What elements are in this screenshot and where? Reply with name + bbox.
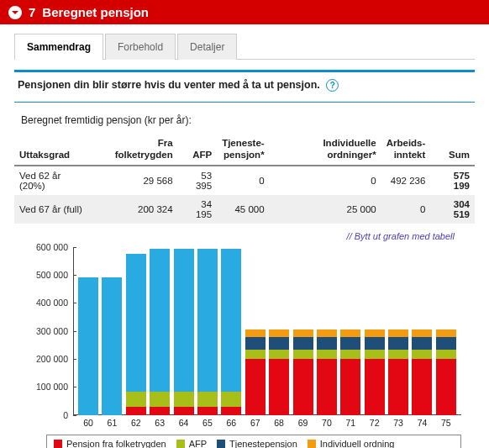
bar (436, 247, 456, 415)
table-header: Uttaksgrad (14, 134, 93, 166)
x-tick: 69 (293, 418, 313, 428)
table-cell: 575 199 (430, 166, 475, 195)
bar-segment-afp (340, 350, 360, 359)
bar-segment-tjen (388, 337, 408, 350)
x-tick: 63 (150, 418, 170, 428)
x-tick: 68 (269, 418, 289, 428)
bar-segment-afp (221, 392, 241, 407)
bar-segment-arbeid (126, 254, 146, 392)
legend-label-tjen: Tjenestepensjon (229, 439, 297, 448)
table-cell: 0 (270, 166, 381, 195)
bar-segment-indiv (388, 329, 408, 336)
tab-forbehold[interactable]: Forbehold (105, 34, 176, 60)
bar-segment-arbeid (221, 249, 241, 392)
y-tick: 300 000 (21, 326, 73, 336)
legend-label-folke: Pensjon fra folketrygden (66, 439, 166, 448)
table-cell: 0 (217, 166, 270, 195)
y-tick: 500 000 (21, 270, 73, 280)
bar-segment-folke (269, 359, 289, 415)
table-header: Arbeids-inntekt (381, 134, 431, 166)
y-tick: 0 (21, 410, 73, 420)
y-tick: 600 000 (21, 242, 73, 252)
row-label: Ved 67 år (full) (14, 195, 93, 224)
tab-detaljer[interactable]: Detaljer (177, 34, 237, 60)
bar (197, 247, 218, 415)
row-label: Ved 62 år (20%) (14, 166, 93, 195)
header-title: Beregnet pensjon (42, 5, 149, 19)
legend-label-afp: AFP (189, 439, 207, 448)
bar-segment-arbeid (174, 249, 194, 392)
bar-segment-indiv (317, 329, 337, 336)
bar (365, 247, 385, 415)
legend-swatch-tjen (217, 440, 225, 448)
bar-segment-afp (245, 350, 266, 359)
y-tick: 100 000 (21, 382, 73, 392)
bar-segment-arbeid (197, 249, 218, 392)
table-cell: 492 236 (381, 166, 431, 195)
bar-segment-tjen (436, 337, 456, 350)
table-header: Sum (430, 134, 475, 166)
table-cell: 53 395 (178, 166, 217, 195)
bar-segment-indiv (365, 329, 385, 336)
bar-segment-folke (412, 359, 432, 415)
bar-segment-afp (317, 350, 337, 359)
legend-swatch-folke (54, 440, 62, 448)
help-icon[interactable]: ? (326, 79, 339, 92)
bar-segment-folke (174, 407, 194, 415)
bar-segment-tjen (293, 337, 313, 350)
bar-segment-arbeid (78, 277, 98, 415)
x-tick: 65 (197, 418, 218, 428)
table-cell: 200 324 (93, 195, 178, 224)
x-tick: 67 (245, 418, 266, 428)
bar (317, 247, 337, 415)
chevron-down-icon (8, 6, 22, 19)
table-row: Ved 62 år (20%)29 56853 39500492 236575 … (14, 166, 475, 195)
bar-segment-folke (317, 359, 337, 415)
bar (340, 247, 360, 415)
table-cell: 0 (381, 195, 431, 224)
bar-segment-folke (293, 359, 313, 415)
bar-segment-tjen (365, 337, 385, 350)
lead-message: Pensjonen din blir større hvis du venter… (18, 79, 320, 91)
bar-segment-folke (197, 407, 218, 415)
bar-segment-arbeid (150, 249, 170, 392)
tab-bar: Sammendrag Forbehold Detaljer (14, 34, 475, 60)
bar-segment-indiv (436, 329, 456, 336)
bar (102, 247, 122, 415)
lead-text: Pensjonen din blir større hvis du venter… (14, 72, 475, 97)
table-cell: 25 000 (270, 195, 381, 224)
table-cell: 29 568 (93, 166, 178, 195)
x-tick: 70 (317, 418, 337, 428)
x-tick: 60 (78, 418, 98, 428)
table-cell: 304 519 (430, 195, 475, 224)
bar-segment-afp (197, 392, 218, 407)
bar-segment-folke (436, 359, 456, 415)
table-cell: 34 195 (178, 195, 217, 224)
table-header: Fra folketrygden (93, 134, 178, 166)
table-header: Tjeneste-pensjon* (217, 134, 270, 166)
bar-segment-tjen (245, 337, 266, 350)
bar (245, 247, 266, 415)
bar (293, 247, 313, 415)
table-header: AFP (178, 134, 217, 166)
bar-segment-indiv (245, 329, 266, 336)
legend-label-indiv: Individuell ordning (320, 439, 395, 448)
tab-sammendrag[interactable]: Sammendrag (14, 34, 103, 60)
bar (412, 247, 432, 415)
bar-segment-indiv (412, 329, 432, 336)
pension-table: UttaksgradFra folketrygdenAFPTjeneste-pe… (14, 134, 475, 224)
bar-segment-afp (269, 350, 289, 359)
bar-segment-indiv (269, 329, 289, 336)
bar-segment-folke (340, 359, 360, 415)
chart: 0100 000200 000300 000400 000500 000600 … (14, 247, 475, 448)
x-tick: 71 (340, 418, 360, 428)
x-tick: 73 (388, 418, 408, 428)
bar (78, 247, 98, 415)
x-tick: 72 (365, 418, 385, 428)
x-tick: 64 (174, 418, 194, 428)
bar-segment-indiv (340, 329, 360, 336)
swap-chart-link[interactable]: // Bytt ut grafen med tabell (347, 231, 455, 241)
subhead: Beregnet fremtidig pensjon (kr per år): (14, 111, 475, 134)
section-header: 7 Beregnet pensjon (0, 0, 489, 24)
bar-segment-afp (174, 392, 194, 407)
